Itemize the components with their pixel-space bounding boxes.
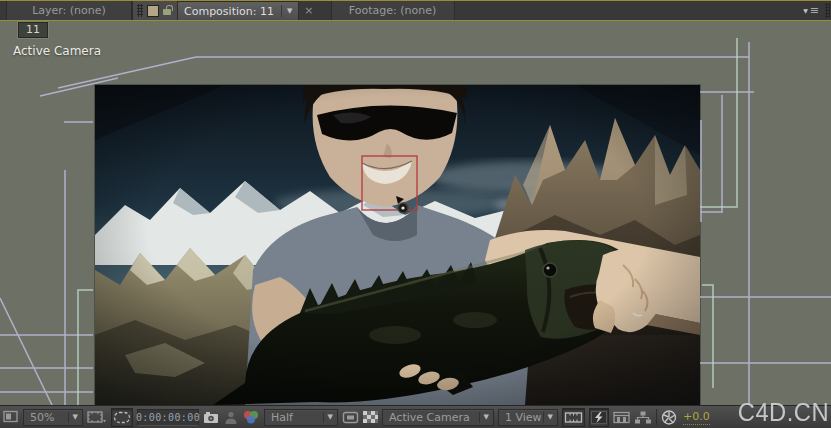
always-preview-icon [3, 410, 19, 424]
chevron-down-icon: ▼ [324, 414, 337, 421]
tab-layer[interactable]: Layer: (none) [6, 1, 132, 20]
snapshot-button[interactable] [203, 409, 220, 426]
resolution-value: Half [265, 411, 323, 424]
tab-footage[interactable]: Footage: (none) [331, 1, 455, 20]
color-swatch-icon [147, 5, 159, 17]
panel-grip-icon[interactable] [137, 4, 143, 17]
panel-menu-icon: ≡ [810, 5, 819, 16]
close-tab-button[interactable]: × [299, 1, 318, 20]
tab-composition-label: Composition: 11 [184, 5, 274, 18]
reset-exposure-button[interactable] [661, 409, 677, 426]
mask-visibility-toggle[interactable] [111, 408, 133, 427]
snapshot-camera-icon [203, 411, 220, 424]
view-label: Active Camera [13, 44, 101, 58]
timeline-button[interactable] [613, 409, 630, 426]
panel-menu-button[interactable]: ▼ ≡ [803, 1, 819, 20]
toolbar-divider [656, 409, 657, 425]
3d-view-select[interactable]: Active Camera ▼ [382, 409, 494, 426]
fast-previews-button[interactable] [589, 408, 609, 427]
transparency-grid-icon [363, 411, 378, 423]
flowchart-icon [634, 411, 652, 424]
chevron-down-icon: ▼ [544, 414, 557, 421]
show-channel-rgb-icon [242, 410, 260, 424]
pixel-aspect-correction-icon [564, 411, 583, 424]
magnification-value: 50% [24, 411, 68, 424]
panel-tab-bar: Layer: (none) Composition: 11 ▼ × Footag… [0, 0, 831, 21]
after-effects-composition-panel: Layer: (none) Composition: 11 ▼ × Footag… [0, 0, 831, 428]
panel-menu-arrow-icon: ▼ [803, 8, 808, 14]
unlock-icon[interactable] [163, 5, 173, 17]
always-preview-button[interactable] [3, 409, 19, 426]
reset-exposure-icon [661, 410, 677, 425]
pixel-aspect-correction-toggle[interactable] [562, 408, 585, 427]
exposure-value[interactable]: +0.0 [683, 410, 710, 425]
chevron-down-icon: ▼ [480, 414, 493, 421]
flowchart-button[interactable] [634, 409, 652, 426]
composition-toolbar: 50% ▼ 0:00:00:00 [0, 405, 831, 428]
composition-viewport[interactable]: 11 Active Camera [0, 20, 831, 405]
tab-footage-label: Footage: (none) [349, 4, 436, 17]
tab-separator [281, 5, 282, 17]
region-of-interest-icon [342, 411, 359, 424]
region-of-interest-button[interactable] [342, 409, 359, 426]
show-snapshot-icon [224, 411, 238, 424]
tab-layer-label: Layer: (none) [32, 4, 106, 17]
tab-composition[interactable]: Composition: 11 ▼ [177, 1, 299, 20]
resolution-select[interactable]: Half ▼ [264, 409, 338, 426]
chevron-down-icon: ▼ [69, 414, 82, 421]
grid-guide-options-button[interactable] [87, 409, 107, 426]
current-time-field[interactable]: 0:00:00:00 [137, 409, 199, 426]
show-snapshot-button[interactable] [224, 409, 238, 426]
composition-image [95, 85, 700, 405]
mask-visibility-icon [113, 411, 131, 424]
show-channel-button[interactable] [242, 409, 260, 426]
magnification-select[interactable]: 50% ▼ [23, 409, 83, 426]
view-layout-select[interactable]: 1 View ▼ [498, 409, 558, 426]
view-layout-value: 1 View [499, 411, 543, 424]
panel-edge-grip-icon[interactable] [825, 3, 830, 18]
panel-group-controls [132, 1, 177, 20]
grid-guide-options-icon [87, 410, 107, 424]
timeline-icon [613, 411, 630, 424]
comp-navigator-button[interactable]: 11 [18, 22, 48, 38]
transparency-grid-button[interactable] [363, 409, 378, 426]
3d-view-value: Active Camera [383, 411, 479, 424]
watermark: C4D.CN [738, 398, 829, 427]
chevron-down-icon[interactable]: ▼ [287, 8, 292, 15]
fast-previews-icon [591, 411, 607, 424]
